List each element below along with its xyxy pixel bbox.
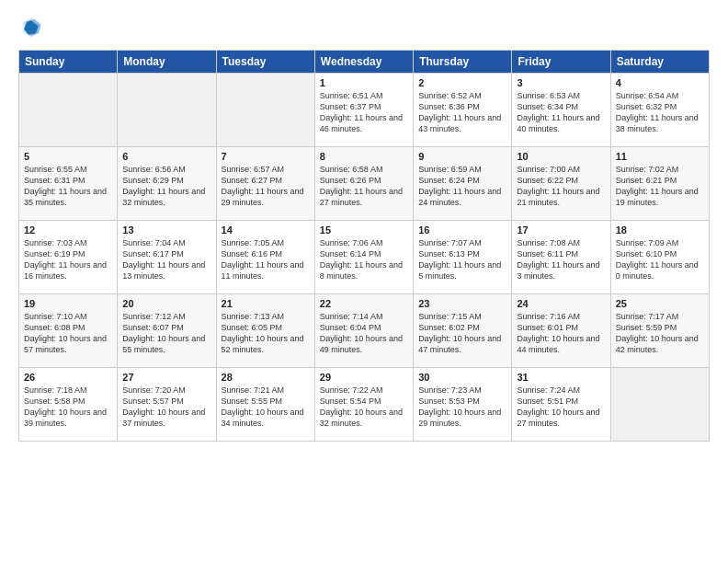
calendar-cell: 13Sunrise: 7:04 AMSunset: 6:17 PMDayligh…	[118, 221, 216, 294]
day-number: 12	[24, 224, 112, 236]
day-number: 24	[517, 298, 605, 309]
day-info: Sunrise: 7:22 AMSunset: 5:54 PMDaylight:…	[320, 385, 408, 430]
day-number: 7	[222, 151, 310, 162]
calendar-cell: 22Sunrise: 7:14 AMSunset: 6:04 PMDayligh…	[314, 294, 413, 368]
page-container: SundayMondayTuesdayWednesdayThursdayFrid…	[0, 0, 728, 451]
calendar-cell: 3Sunrise: 6:53 AMSunset: 6:34 PMDaylight…	[512, 74, 610, 147]
day-number: 10	[517, 151, 605, 162]
calendar-cell: 8Sunrise: 6:58 AMSunset: 6:26 PMDaylight…	[314, 147, 413, 221]
day-info: Sunrise: 7:04 AMSunset: 6:17 PMDaylight:…	[122, 237, 210, 282]
calendar-cell: 21Sunrise: 7:13 AMSunset: 6:05 PMDayligh…	[216, 294, 314, 368]
day-info: Sunrise: 7:13 AMSunset: 6:05 PMDaylight:…	[222, 311, 310, 356]
day-info: Sunrise: 7:10 AMSunset: 6:08 PMDaylight:…	[24, 311, 112, 356]
header	[18, 15, 710, 40]
day-number: 25	[616, 298, 704, 309]
day-number: 6	[122, 151, 210, 162]
calendar-cell: 23Sunrise: 7:15 AMSunset: 6:02 PMDayligh…	[414, 294, 512, 368]
day-number: 30	[418, 372, 506, 383]
day-number: 3	[517, 77, 605, 88]
day-number: 28	[222, 372, 310, 383]
day-info: Sunrise: 7:23 AMSunset: 5:53 PMDaylight:…	[418, 385, 506, 430]
calendar-cell: 7Sunrise: 6:57 AMSunset: 6:27 PMDaylight…	[216, 147, 314, 221]
calendar-cell	[19, 74, 118, 147]
day-info: Sunrise: 7:06 AMSunset: 6:14 PMDaylight:…	[320, 237, 408, 282]
calendar-cell: 5Sunrise: 6:55 AMSunset: 6:31 PMDaylight…	[19, 147, 118, 221]
day-number: 5	[24, 151, 112, 162]
calendar-cell: 6Sunrise: 6:56 AMSunset: 6:29 PMDaylight…	[118, 147, 216, 221]
calendar-cell: 17Sunrise: 7:08 AMSunset: 6:11 PMDayligh…	[512, 221, 610, 294]
day-number: 2	[418, 77, 506, 88]
calendar-cell: 15Sunrise: 7:06 AMSunset: 6:14 PMDayligh…	[314, 221, 413, 294]
day-info: Sunrise: 6:58 AMSunset: 6:26 PMDaylight:…	[320, 164, 408, 209]
day-info: Sunrise: 7:03 AMSunset: 6:19 PMDaylight:…	[24, 237, 112, 282]
day-number: 31	[517, 372, 605, 383]
calendar-cell: 24Sunrise: 7:16 AMSunset: 6:01 PMDayligh…	[512, 294, 610, 368]
calendar-cell: 25Sunrise: 7:17 AMSunset: 5:59 PMDayligh…	[610, 294, 709, 368]
calendar-cell: 26Sunrise: 7:18 AMSunset: 5:58 PMDayligh…	[19, 368, 118, 442]
calendar-cell: 4Sunrise: 6:54 AMSunset: 6:32 PMDaylight…	[610, 74, 709, 147]
day-info: Sunrise: 7:21 AMSunset: 5:55 PMDaylight:…	[222, 385, 310, 430]
day-number: 1	[320, 77, 408, 88]
weekday-header-row: SundayMondayTuesdayWednesdayThursdayFrid…	[19, 51, 710, 74]
day-info: Sunrise: 7:00 AMSunset: 6:22 PMDaylight:…	[517, 164, 605, 209]
calendar: SundayMondayTuesdayWednesdayThursdayFrid…	[18, 50, 710, 442]
day-number: 19	[24, 298, 112, 309]
logo	[18, 15, 48, 40]
day-info: Sunrise: 7:08 AMSunset: 6:11 PMDaylight:…	[517, 237, 605, 282]
weekday-header-sunday: Sunday	[19, 51, 118, 74]
calendar-cell	[610, 368, 709, 442]
calendar-cell: 27Sunrise: 7:20 AMSunset: 5:57 PMDayligh…	[118, 368, 216, 442]
day-info: Sunrise: 7:24 AMSunset: 5:51 PMDaylight:…	[517, 385, 605, 430]
logo-icon	[18, 15, 44, 40]
day-number: 20	[122, 298, 210, 309]
day-info: Sunrise: 7:18 AMSunset: 5:58 PMDaylight:…	[24, 385, 112, 430]
calendar-cell: 20Sunrise: 7:12 AMSunset: 6:07 PMDayligh…	[118, 294, 216, 368]
day-number: 9	[418, 151, 506, 162]
day-info: Sunrise: 7:16 AMSunset: 6:01 PMDaylight:…	[517, 311, 605, 356]
calendar-cell	[118, 74, 216, 147]
day-info: Sunrise: 7:05 AMSunset: 6:16 PMDaylight:…	[222, 237, 310, 282]
day-info: Sunrise: 6:57 AMSunset: 6:27 PMDaylight:…	[222, 164, 310, 209]
day-number: 14	[222, 224, 310, 236]
day-info: Sunrise: 6:54 AMSunset: 6:32 PMDaylight:…	[616, 90, 704, 135]
day-number: 29	[320, 372, 408, 383]
calendar-cell: 18Sunrise: 7:09 AMSunset: 6:10 PMDayligh…	[610, 221, 709, 294]
calendar-cell: 16Sunrise: 7:07 AMSunset: 6:13 PMDayligh…	[414, 221, 512, 294]
day-info: Sunrise: 6:51 AMSunset: 6:37 PMDaylight:…	[320, 90, 408, 135]
day-number: 15	[320, 224, 408, 236]
day-number: 18	[616, 224, 704, 236]
day-info: Sunrise: 6:56 AMSunset: 6:29 PMDaylight:…	[122, 164, 210, 209]
calendar-week-4: 19Sunrise: 7:10 AMSunset: 6:08 PMDayligh…	[19, 294, 710, 368]
calendar-cell: 12Sunrise: 7:03 AMSunset: 6:19 PMDayligh…	[19, 221, 118, 294]
day-info: Sunrise: 6:55 AMSunset: 6:31 PMDaylight:…	[24, 164, 112, 209]
day-info: Sunrise: 6:53 AMSunset: 6:34 PMDaylight:…	[517, 90, 605, 135]
weekday-header-tuesday: Tuesday	[216, 51, 314, 74]
calendar-cell: 1Sunrise: 6:51 AMSunset: 6:37 PMDaylight…	[314, 74, 413, 147]
calendar-cell: 29Sunrise: 7:22 AMSunset: 5:54 PMDayligh…	[314, 368, 413, 442]
calendar-cell: 30Sunrise: 7:23 AMSunset: 5:53 PMDayligh…	[414, 368, 512, 442]
weekday-header-saturday: Saturday	[610, 51, 709, 74]
calendar-cell: 19Sunrise: 7:10 AMSunset: 6:08 PMDayligh…	[19, 294, 118, 368]
day-info: Sunrise: 6:59 AMSunset: 6:24 PMDaylight:…	[418, 164, 506, 209]
calendar-week-5: 26Sunrise: 7:18 AMSunset: 5:58 PMDayligh…	[19, 368, 710, 442]
day-info: Sunrise: 6:52 AMSunset: 6:36 PMDaylight:…	[418, 90, 506, 135]
day-number: 23	[418, 298, 506, 309]
calendar-week-2: 5Sunrise: 6:55 AMSunset: 6:31 PMDaylight…	[19, 147, 710, 221]
calendar-cell: 2Sunrise: 6:52 AMSunset: 6:36 PMDaylight…	[414, 74, 512, 147]
weekday-header-thursday: Thursday	[414, 51, 512, 74]
calendar-cell	[216, 74, 314, 147]
calendar-cell: 11Sunrise: 7:02 AMSunset: 6:21 PMDayligh…	[610, 147, 709, 221]
calendar-cell: 9Sunrise: 6:59 AMSunset: 6:24 PMDaylight…	[414, 147, 512, 221]
calendar-cell: 10Sunrise: 7:00 AMSunset: 6:22 PMDayligh…	[512, 147, 610, 221]
day-info: Sunrise: 7:12 AMSunset: 6:07 PMDaylight:…	[122, 311, 210, 356]
day-info: Sunrise: 7:02 AMSunset: 6:21 PMDaylight:…	[616, 164, 704, 209]
calendar-week-3: 12Sunrise: 7:03 AMSunset: 6:19 PMDayligh…	[19, 221, 710, 294]
day-number: 8	[320, 151, 408, 162]
day-info: Sunrise: 7:17 AMSunset: 5:59 PMDaylight:…	[616, 311, 704, 356]
day-number: 22	[320, 298, 408, 309]
day-number: 4	[616, 77, 704, 88]
day-info: Sunrise: 7:20 AMSunset: 5:57 PMDaylight:…	[122, 385, 210, 430]
calendar-cell: 14Sunrise: 7:05 AMSunset: 6:16 PMDayligh…	[216, 221, 314, 294]
day-info: Sunrise: 7:09 AMSunset: 6:10 PMDaylight:…	[616, 237, 704, 282]
calendar-week-1: 1Sunrise: 6:51 AMSunset: 6:37 PMDaylight…	[19, 74, 710, 147]
